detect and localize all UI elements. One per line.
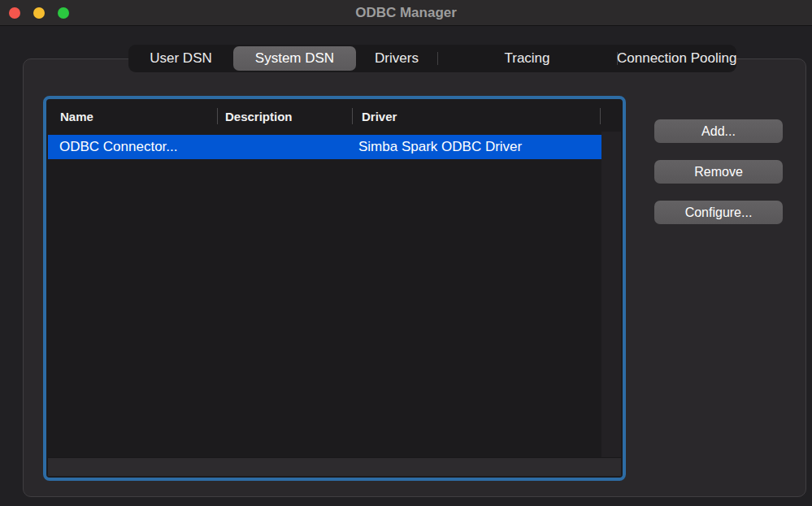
column-header-name[interactable]: Name [48, 110, 217, 123]
cell-name: ODBC Connector... [48, 139, 217, 155]
configure-button[interactable]: Configure... [654, 201, 783, 224]
tab-drivers[interactable]: Drivers [356, 45, 437, 72]
horizontal-scrollbar[interactable] [48, 457, 621, 476]
remove-button[interactable]: Remove [654, 160, 783, 184]
tab-tracing[interactable]: Tracing [437, 45, 617, 72]
tab-connection-pooling[interactable]: Connection Pooling [617, 45, 736, 72]
tab-user-dsn[interactable]: User DSN [128, 45, 233, 72]
column-header-driver[interactable]: Driver [352, 110, 621, 123]
window-title: ODBC Manager [0, 0, 812, 26]
column-header-description[interactable]: Description [217, 110, 352, 123]
tab-system-dsn[interactable]: System DSN [233, 46, 356, 71]
table-row-selected[interactable]: ODBC Connector... Simba Spark ODBC Drive… [48, 135, 601, 159]
column-separator [217, 108, 218, 124]
vertical-scrollbar[interactable] [601, 132, 621, 457]
dsn-table: Name Description Driver ODBC Connector..… [43, 96, 626, 481]
table-header: Name Description Driver [48, 101, 621, 132]
column-separator [352, 108, 353, 124]
titlebar: ODBC Manager [0, 0, 812, 26]
odbc-manager-window: ODBC Manager User DSN System DSN Drivers… [0, 0, 812, 506]
add-button[interactable]: Add... [654, 119, 783, 143]
column-separator [600, 108, 601, 124]
dsn-table-scrollview: Name Description Driver ODBC Connector..… [48, 101, 621, 476]
dsn-tabbar: User DSN System DSN Drivers Tracing Conn… [128, 45, 736, 72]
cell-driver: Simba Spark ODBC Driver [352, 139, 601, 155]
